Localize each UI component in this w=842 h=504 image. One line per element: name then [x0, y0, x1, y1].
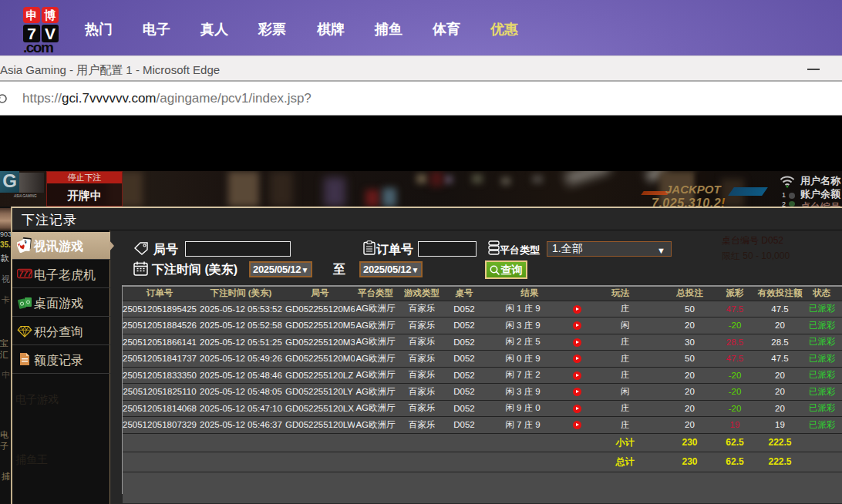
- svg-text:777: 777: [19, 270, 32, 278]
